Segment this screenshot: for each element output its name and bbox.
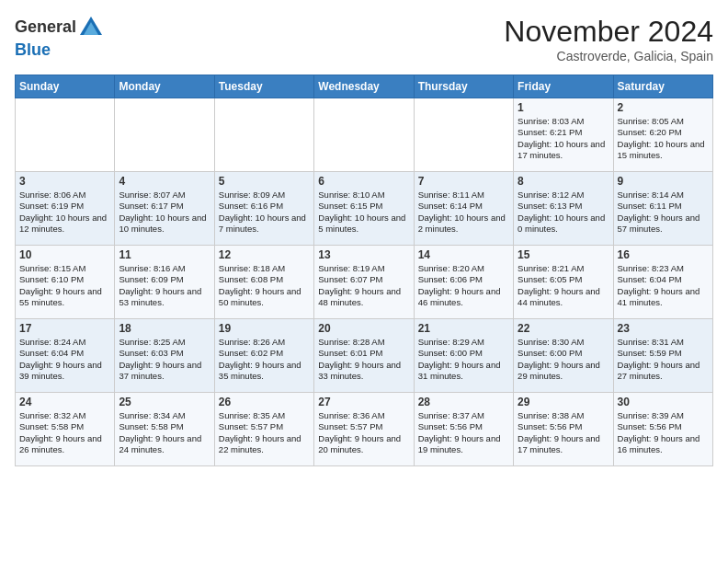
location: Castroverde, Galicia, Spain [504, 49, 713, 63]
calendar-table: SundayMondayTuesdayWednesdayThursdayFrid… [15, 75, 713, 466]
logo: General Blue [15, 15, 104, 61]
day-info: Sunrise: 8:29 AM Sunset: 6:00 PM Dayligh… [418, 337, 509, 382]
calendar-cell: 22Sunrise: 8:30 AM Sunset: 6:00 PM Dayli… [514, 319, 613, 393]
day-number: 5 [219, 175, 310, 188]
column-header-friday: Friday [514, 75, 613, 98]
day-info: Sunrise: 8:05 AM Sunset: 6:20 PM Dayligh… [618, 116, 709, 161]
day-info: Sunrise: 8:23 AM Sunset: 6:04 PM Dayligh… [618, 263, 709, 308]
day-info: Sunrise: 8:37 AM Sunset: 5:56 PM Dayligh… [418, 410, 509, 455]
calendar-cell: 18Sunrise: 8:25 AM Sunset: 6:03 PM Dayli… [115, 319, 214, 393]
calendar-header-row: SundayMondayTuesdayWednesdayThursdayFrid… [16, 75, 713, 98]
day-info: Sunrise: 8:26 AM Sunset: 6:02 PM Dayligh… [219, 337, 310, 382]
day-number: 12 [219, 248, 310, 261]
calendar-cell: 14Sunrise: 8:20 AM Sunset: 6:06 PM Dayli… [414, 246, 513, 319]
day-number: 11 [119, 248, 210, 261]
calendar-cell: 6Sunrise: 8:10 AM Sunset: 6:15 PM Daylig… [314, 172, 414, 246]
logo-blue: Blue [15, 40, 51, 59]
day-number: 10 [19, 248, 110, 261]
day-number: 25 [119, 396, 210, 408]
day-number: 7 [418, 175, 509, 188]
calendar-cell: 4Sunrise: 8:07 AM Sunset: 6:17 PM Daylig… [115, 172, 214, 246]
day-number: 29 [518, 396, 609, 408]
calendar-cell: 16Sunrise: 8:23 AM Sunset: 6:04 PM Dayli… [613, 246, 712, 319]
day-info: Sunrise: 8:38 AM Sunset: 5:56 PM Dayligh… [518, 410, 609, 455]
title-block: November 2024 Castroverde, Galicia, Spai… [504, 15, 713, 63]
day-number: 27 [318, 396, 409, 408]
column-header-sunday: Sunday [16, 75, 115, 98]
day-info: Sunrise: 8:09 AM Sunset: 6:16 PM Dayligh… [219, 190, 310, 235]
calendar-cell: 1Sunrise: 8:03 AM Sunset: 6:21 PM Daylig… [514, 98, 613, 172]
day-info: Sunrise: 8:30 AM Sunset: 6:00 PM Dayligh… [518, 337, 609, 382]
calendar-cell: 30Sunrise: 8:39 AM Sunset: 5:56 PM Dayli… [613, 393, 712, 466]
day-info: Sunrise: 8:31 AM Sunset: 5:59 PM Dayligh… [618, 337, 709, 382]
month-title: November 2024 [504, 15, 713, 49]
day-info: Sunrise: 8:28 AM Sunset: 6:01 PM Dayligh… [318, 337, 409, 382]
day-info: Sunrise: 8:11 AM Sunset: 6:14 PM Dayligh… [418, 190, 509, 235]
calendar-cell [314, 98, 414, 172]
day-info: Sunrise: 8:10 AM Sunset: 6:15 PM Dayligh… [318, 190, 409, 235]
day-number: 13 [318, 248, 409, 261]
calendar-cell: 15Sunrise: 8:21 AM Sunset: 6:05 PM Dayli… [514, 246, 613, 319]
day-info: Sunrise: 8:15 AM Sunset: 6:10 PM Dayligh… [19, 263, 110, 308]
day-number: 28 [418, 396, 509, 408]
column-header-wednesday: Wednesday [314, 75, 414, 98]
calendar-cell [16, 98, 115, 172]
logo-general: General [15, 17, 76, 36]
calendar-cell: 10Sunrise: 8:15 AM Sunset: 6:10 PM Dayli… [16, 246, 115, 319]
day-number: 6 [318, 175, 409, 188]
calendar-cell [115, 98, 214, 172]
day-number: 1 [518, 101, 609, 114]
day-info: Sunrise: 8:24 AM Sunset: 6:04 PM Dayligh… [19, 337, 110, 382]
day-number: 8 [518, 175, 609, 188]
day-info: Sunrise: 8:07 AM Sunset: 6:17 PM Dayligh… [119, 190, 210, 235]
day-number: 22 [518, 322, 609, 335]
page-header: General Blue November 2024 Castroverde, … [15, 15, 713, 63]
calendar-cell: 28Sunrise: 8:37 AM Sunset: 5:56 PM Dayli… [414, 393, 513, 466]
calendar-cell: 24Sunrise: 8:32 AM Sunset: 5:58 PM Dayli… [16, 393, 115, 466]
day-number: 3 [19, 175, 110, 188]
column-header-monday: Monday [115, 75, 214, 98]
week-row-4: 17Sunrise: 8:24 AM Sunset: 6:04 PM Dayli… [16, 319, 713, 393]
week-row-3: 10Sunrise: 8:15 AM Sunset: 6:10 PM Dayli… [16, 246, 713, 319]
day-info: Sunrise: 8:12 AM Sunset: 6:13 PM Dayligh… [518, 190, 609, 235]
day-number: 19 [219, 322, 310, 335]
day-info: Sunrise: 8:16 AM Sunset: 6:09 PM Dayligh… [119, 263, 210, 308]
day-number: 16 [618, 248, 709, 261]
day-number: 9 [618, 175, 709, 188]
day-info: Sunrise: 8:06 AM Sunset: 6:19 PM Dayligh… [19, 190, 110, 235]
logo-text: General Blue [15, 15, 104, 61]
calendar-cell: 5Sunrise: 8:09 AM Sunset: 6:16 PM Daylig… [214, 172, 313, 246]
day-number: 17 [19, 322, 110, 335]
day-number: 2 [618, 101, 709, 114]
calendar-cell: 27Sunrise: 8:36 AM Sunset: 5:57 PM Dayli… [314, 393, 414, 466]
calendar-cell: 19Sunrise: 8:26 AM Sunset: 6:02 PM Dayli… [214, 319, 313, 393]
week-row-5: 24Sunrise: 8:32 AM Sunset: 5:58 PM Dayli… [16, 393, 713, 466]
day-info: Sunrise: 8:25 AM Sunset: 6:03 PM Dayligh… [119, 337, 210, 382]
column-header-tuesday: Tuesday [214, 75, 313, 98]
day-number: 14 [418, 248, 509, 261]
calendar-cell [214, 98, 313, 172]
day-info: Sunrise: 8:39 AM Sunset: 5:56 PM Dayligh… [618, 410, 709, 455]
calendar-cell: 25Sunrise: 8:34 AM Sunset: 5:58 PM Dayli… [115, 393, 214, 466]
day-info: Sunrise: 8:36 AM Sunset: 5:57 PM Dayligh… [318, 410, 409, 455]
calendar-cell [414, 98, 513, 172]
day-number: 20 [318, 322, 409, 335]
day-info: Sunrise: 8:19 AM Sunset: 6:07 PM Dayligh… [318, 263, 409, 308]
logo-icon [78, 15, 104, 40]
calendar-cell: 3Sunrise: 8:06 AM Sunset: 6:19 PM Daylig… [16, 172, 115, 246]
calendar-cell: 21Sunrise: 8:29 AM Sunset: 6:00 PM Dayli… [414, 319, 513, 393]
day-info: Sunrise: 8:20 AM Sunset: 6:06 PM Dayligh… [418, 263, 509, 308]
calendar-cell: 9Sunrise: 8:14 AM Sunset: 6:11 PM Daylig… [613, 172, 712, 246]
day-info: Sunrise: 8:03 AM Sunset: 6:21 PM Dayligh… [518, 116, 609, 161]
calendar-cell: 23Sunrise: 8:31 AM Sunset: 5:59 PM Dayli… [613, 319, 712, 393]
day-number: 21 [418, 322, 509, 335]
day-info: Sunrise: 8:35 AM Sunset: 5:57 PM Dayligh… [219, 410, 310, 455]
calendar-cell: 13Sunrise: 8:19 AM Sunset: 6:07 PM Dayli… [314, 246, 414, 319]
day-number: 15 [518, 248, 609, 261]
week-row-2: 3Sunrise: 8:06 AM Sunset: 6:19 PM Daylig… [16, 172, 713, 246]
day-number: 26 [219, 396, 310, 408]
calendar-cell: 2Sunrise: 8:05 AM Sunset: 6:20 PM Daylig… [613, 98, 712, 172]
column-header-saturday: Saturday [613, 75, 712, 98]
calendar-cell: 17Sunrise: 8:24 AM Sunset: 6:04 PM Dayli… [16, 319, 115, 393]
day-info: Sunrise: 8:34 AM Sunset: 5:58 PM Dayligh… [119, 410, 210, 455]
